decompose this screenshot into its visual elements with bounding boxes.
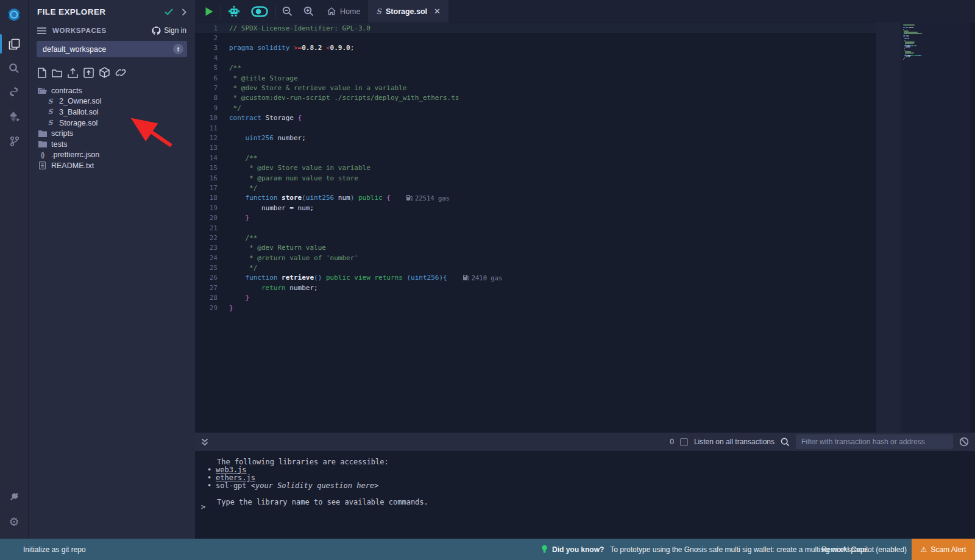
tab-home[interactable]: Home xyxy=(319,0,368,23)
line-number: 20 xyxy=(195,214,229,222)
code-editor[interactable]: 1// SPDX-License-Identifier: GPL-3.023pr… xyxy=(195,23,975,433)
code-line[interactable]: 13 xyxy=(195,143,878,153)
create-folder-icon[interactable] xyxy=(52,67,62,78)
code-text: * @dev Store & retrieve value in a varia… xyxy=(229,84,406,92)
folder-open-icon xyxy=(38,87,47,94)
sign-in-button[interactable]: Sign in xyxy=(152,26,186,35)
code-line[interactable]: 4 xyxy=(195,53,878,63)
sidebar-item-plugin-manager[interactable] xyxy=(0,485,29,509)
tree-item-tests[interactable]: tests xyxy=(29,139,195,150)
sidebar-item-settings[interactable]: ⚙ xyxy=(0,509,29,534)
code-line[interactable]: 29} xyxy=(195,303,878,313)
clear-console-icon[interactable] xyxy=(959,437,969,447)
code-line[interactable]: 7 * @dev Store & retrieve value in a var… xyxy=(195,83,878,93)
editor-minimap[interactable] xyxy=(901,23,970,433)
sidebar-item-search[interactable] xyxy=(0,56,29,80)
tree-item-contracts[interactable]: contracts xyxy=(29,85,195,96)
code-line[interactable]: 1// SPDX-License-Identifier: GPL-3.0 xyxy=(195,23,878,33)
code-line[interactable]: 11 xyxy=(195,123,878,133)
github-icon xyxy=(152,26,161,35)
run-script-button[interactable] xyxy=(195,0,219,23)
sidebar-item-git[interactable] xyxy=(0,129,29,154)
line-number: 1 xyxy=(195,24,229,32)
code-line[interactable]: 17 */ xyxy=(195,183,878,193)
code-line[interactable]: 2 xyxy=(195,33,878,43)
upload-file-icon[interactable] xyxy=(68,67,78,78)
json-icon: { } xyxy=(38,152,47,158)
search-icon xyxy=(9,63,20,74)
terminal-line: •sol-gpt <your Solidity question here> xyxy=(207,482,975,490)
tree-item-storage-sol[interactable]: SStorage.sol xyxy=(29,118,195,129)
code-line[interactable]: 10contract Storage { xyxy=(195,113,878,123)
code-line[interactable]: 14 /** xyxy=(195,153,878,163)
chevron-right-icon[interactable] xyxy=(182,9,186,16)
workspace-select[interactable]: default_workspace ▲▼ xyxy=(37,41,187,57)
code-line[interactable]: 21 xyxy=(195,223,878,233)
code-line[interactable]: 9 */ xyxy=(195,103,878,113)
code-line[interactable]: 18 function store(uint256 num) public {2… xyxy=(195,193,878,203)
hide-terminal-button[interactable] xyxy=(201,438,208,446)
copilot-status-label: RemixAI Copilot (enabled) xyxy=(821,545,907,554)
code-line[interactable]: 27 return number; xyxy=(195,283,878,292)
ai-assistant-button[interactable] xyxy=(222,0,246,23)
transaction-filter-input[interactable] xyxy=(796,434,953,449)
solidity-icon: S xyxy=(46,119,55,127)
copilot-toggle[interactable] xyxy=(246,0,274,23)
sidebar-item-solidity-compiler[interactable] xyxy=(0,80,29,105)
code-line[interactable]: 28 } xyxy=(195,293,878,303)
sidebar-item-file-explorer[interactable] xyxy=(0,32,29,56)
zoom-in-button[interactable] xyxy=(298,0,319,23)
tab-storage-sol[interactable]: SStorage.sol✕ xyxy=(368,0,448,23)
gear-icon: ⚙ xyxy=(9,515,19,529)
code-line[interactable]: 26 function retrieve() public view retur… xyxy=(195,273,878,283)
code-text: */ xyxy=(229,264,257,272)
tree-item-3-ballot-sol[interactable]: S3_Ballot.sol xyxy=(29,107,195,118)
terminal-link[interactable]: web3.js xyxy=(216,466,247,474)
tree-item--prettierrc-json[interactable]: { }.prettierrc.json xyxy=(29,150,195,161)
scam-alert-button[interactable]: ⚠ Scam Alert xyxy=(912,539,975,560)
copilot-status[interactable]: RemixAI Copilot (enabled) xyxy=(821,539,907,560)
tree-item-scripts[interactable]: scripts xyxy=(29,128,195,139)
code-text: * @title Storage xyxy=(229,74,298,82)
tree-item-label: .prettierrc.json xyxy=(51,151,99,159)
tree-item-2-owner-sol[interactable]: S2_Owner.sol xyxy=(29,96,195,107)
link-icon[interactable] xyxy=(115,67,126,78)
code-text: number = num; xyxy=(229,204,314,212)
remix-logo[interactable] xyxy=(0,0,29,32)
tree-item-readme-txt[interactable]: README.txt xyxy=(29,160,195,171)
line-number: 22 xyxy=(195,234,229,242)
zoom-out-button[interactable] xyxy=(277,0,298,23)
code-line[interactable]: 23 * @dev Return value xyxy=(195,243,878,253)
line-number: 17 xyxy=(195,184,229,192)
chevron-double-down-icon xyxy=(201,438,208,446)
listen-transactions-checkbox[interactable] xyxy=(680,438,688,446)
terminal[interactable]: The following libraries are accessible:•… xyxy=(195,451,975,539)
code-line[interactable]: 12 uint256 number; xyxy=(195,133,878,143)
sidebar-item-deploy-and-run[interactable] xyxy=(0,105,29,129)
create-file-icon[interactable] xyxy=(38,67,46,78)
code-line[interactable]: 3pragma solidity >=0.8.2 <0.9.0; xyxy=(195,43,878,53)
code-line[interactable]: 6 * @title Storage xyxy=(195,73,878,83)
terminal-prompt: > xyxy=(201,503,205,511)
box-icon[interactable] xyxy=(99,67,110,78)
editor-scrollbar[interactable] xyxy=(876,23,901,433)
check-icon[interactable] xyxy=(165,9,173,15)
upload-folder-icon[interactable] xyxy=(83,67,94,78)
line-number: 18 xyxy=(195,194,229,202)
git-init-button[interactable]: Initialize as git repo xyxy=(23,539,86,560)
code-line[interactable]: 15 * @dev Store value in variable xyxy=(195,163,878,172)
close-tab-icon[interactable]: ✕ xyxy=(434,7,441,16)
terminal-link[interactable]: ethers.js xyxy=(216,473,255,482)
terminal-header: 0 Listen on all transactions xyxy=(195,433,975,451)
code-line[interactable]: 22 /** xyxy=(195,233,878,243)
code-line[interactable]: 20 } xyxy=(195,213,878,222)
code-line[interactable]: 5/** xyxy=(195,63,878,73)
hamburger-menu-icon[interactable] xyxy=(37,27,46,34)
code-line[interactable]: 8 * @custom:dev-run-script ./scripts/dep… xyxy=(195,93,878,103)
did-you-know-tip: Did you know? To prototype using the Gno… xyxy=(541,539,869,560)
code-line[interactable]: 25 */ xyxy=(195,263,878,272)
tree-item-label: scripts xyxy=(51,129,73,138)
code-line[interactable]: 19 number = num; xyxy=(195,203,878,213)
code-line[interactable]: 16 * @param num value to store xyxy=(195,173,878,183)
code-line[interactable]: 24 * @return value of 'number' xyxy=(195,253,878,263)
